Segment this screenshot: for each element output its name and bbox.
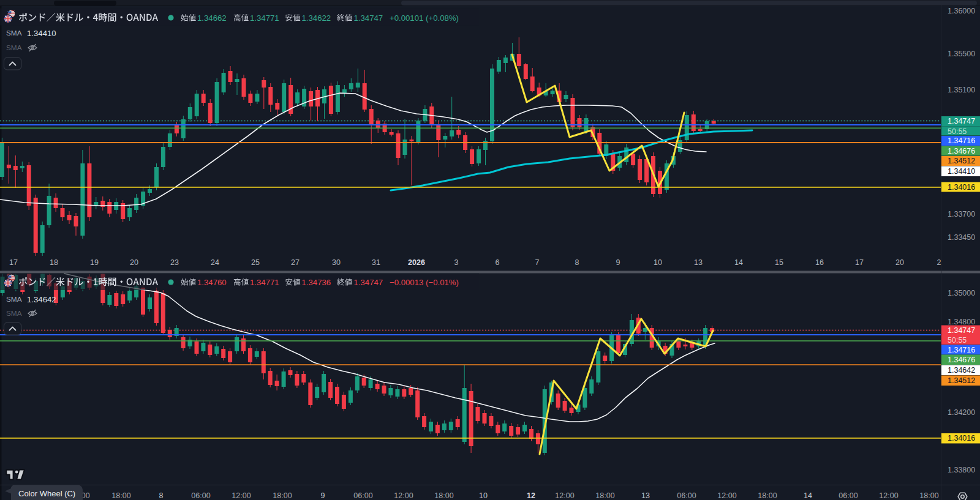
svg-text:SMA: SMA <box>6 309 22 318</box>
svg-text:15: 15 <box>775 258 783 267</box>
svg-text:23: 23 <box>170 258 179 267</box>
svg-text:6: 6 <box>496 258 500 267</box>
svg-text:SMA: SMA <box>6 29 22 37</box>
svg-text:1.34771: 1.34771 <box>250 278 279 287</box>
svg-text:1.35500: 1.35500 <box>948 50 975 58</box>
svg-text:1.33700: 1.33700 <box>948 210 975 218</box>
svg-text:06:00: 06:00 <box>677 491 696 500</box>
svg-text:18: 18 <box>50 258 58 267</box>
svg-text:18:00: 18:00 <box>111 491 130 500</box>
svg-text:1.34016: 1.34016 <box>948 183 975 192</box>
svg-text:1.34716: 1.34716 <box>948 346 975 354</box>
svg-text:10: 10 <box>479 491 488 500</box>
svg-text:1.34512: 1.34512 <box>948 376 975 385</box>
svg-text:1.35000: 1.35000 <box>948 289 975 297</box>
svg-text:1.34676: 1.34676 <box>948 147 975 155</box>
svg-text:1.34771: 1.34771 <box>250 13 279 23</box>
svg-text:1.33450: 1.33450 <box>948 233 975 242</box>
svg-text:1.34736: 1.34736 <box>302 278 331 287</box>
svg-text:1.34662: 1.34662 <box>197 13 227 23</box>
svg-text:1.34800: 1.34800 <box>948 318 975 326</box>
svg-text:12:00: 12:00 <box>555 491 574 500</box>
svg-text:13: 13 <box>641 491 650 500</box>
svg-text:SMA: SMA <box>6 295 22 304</box>
svg-text:8: 8 <box>575 258 579 267</box>
svg-text:2: 2 <box>937 258 941 267</box>
svg-text:1.34747: 1.34747 <box>354 278 383 287</box>
svg-text:1.34747: 1.34747 <box>948 326 975 335</box>
svg-text:1.34760: 1.34760 <box>197 278 227 287</box>
svg-text:06:00: 06:00 <box>191 491 210 500</box>
svg-text:18:00: 18:00 <box>919 491 938 500</box>
svg-text:18:00: 18:00 <box>758 491 777 500</box>
svg-text:9: 9 <box>321 491 325 500</box>
svg-text:20: 20 <box>130 258 138 267</box>
svg-text:12:00: 12:00 <box>717 491 736 500</box>
svg-text:06:00: 06:00 <box>353 491 372 500</box>
svg-text:12:00: 12:00 <box>232 491 251 500</box>
svg-text:1.34622: 1.34622 <box>302 13 331 23</box>
svg-text:12:00: 12:00 <box>394 491 413 500</box>
svg-text:24: 24 <box>211 258 219 267</box>
svg-text:1.33800: 1.33800 <box>948 466 975 474</box>
svg-text:1.34410: 1.34410 <box>948 167 975 176</box>
svg-text:1.34747: 1.34747 <box>354 13 383 23</box>
svg-text:17: 17 <box>855 258 864 267</box>
svg-text:18:00: 18:00 <box>434 491 453 500</box>
svg-text:Color Wheel (C): Color Wheel (C) <box>18 489 75 498</box>
svg-text:50:55: 50:55 <box>948 127 967 136</box>
svg-text:1.36000: 1.36000 <box>948 7 975 15</box>
svg-text:14: 14 <box>804 491 812 500</box>
svg-text:1.34642: 1.34642 <box>27 295 56 304</box>
svg-text:1.34200: 1.34200 <box>948 408 975 417</box>
svg-text:50:55: 50:55 <box>948 336 967 345</box>
svg-text:10: 10 <box>654 258 662 267</box>
svg-text:1.34642: 1.34642 <box>948 366 975 375</box>
svg-text:7: 7 <box>535 258 540 267</box>
svg-text:30: 30 <box>332 258 341 267</box>
svg-text:18:00: 18:00 <box>273 491 292 500</box>
svg-text:8: 8 <box>159 491 164 500</box>
svg-text:1.34676: 1.34676 <box>948 356 975 364</box>
svg-text:+0.00101 (+0.08%): +0.00101 (+0.08%) <box>390 13 459 23</box>
svg-text:14: 14 <box>734 258 743 267</box>
svg-text:06:00: 06:00 <box>839 491 858 500</box>
svg-text:20: 20 <box>895 258 904 267</box>
svg-text:12: 12 <box>527 491 535 500</box>
svg-text:3: 3 <box>454 258 459 267</box>
svg-text:27: 27 <box>291 258 300 267</box>
svg-text:1.34512: 1.34512 <box>948 157 975 165</box>
svg-text:31: 31 <box>372 258 380 267</box>
svg-text:1.34747: 1.34747 <box>948 117 975 125</box>
svg-text:25: 25 <box>251 258 260 267</box>
svg-text:1.35100: 1.35100 <box>948 86 975 94</box>
svg-text:13: 13 <box>694 258 703 267</box>
svg-text:17: 17 <box>9 258 18 267</box>
svg-text:2026: 2026 <box>408 258 425 267</box>
svg-text:9: 9 <box>616 258 620 267</box>
svg-text:−0.00013 (−0.01%): −0.00013 (−0.01%) <box>390 278 459 287</box>
svg-text:18:00: 18:00 <box>595 491 614 500</box>
svg-text:16: 16 <box>815 258 824 267</box>
svg-text:SMA: SMA <box>6 43 22 52</box>
svg-text:1.34410: 1.34410 <box>27 29 56 38</box>
svg-text:19: 19 <box>90 258 99 267</box>
svg-text:12:00: 12:00 <box>879 491 898 500</box>
svg-text:1.34016: 1.34016 <box>948 434 975 442</box>
svg-text:1.34716: 1.34716 <box>948 136 975 145</box>
